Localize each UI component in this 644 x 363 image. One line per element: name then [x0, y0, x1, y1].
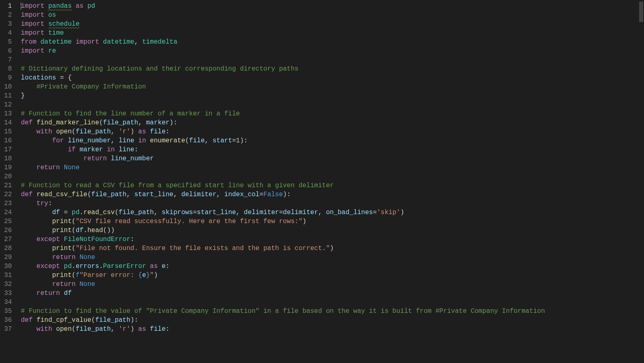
code-token: file_path	[91, 191, 126, 198]
code-token: delimiter	[283, 209, 318, 216]
line-number: 28	[4, 244, 12, 253]
code-token	[21, 128, 36, 135]
code-token	[21, 263, 36, 270]
code-token	[33, 317, 37, 324]
code-line[interactable]	[19, 100, 644, 109]
line-number: 35	[4, 307, 12, 316]
code-token: (	[72, 325, 76, 333]
code-token: head	[87, 227, 103, 234]
code-line[interactable]: }	[19, 91, 644, 100]
code-token	[146, 128, 150, 135]
code-token: )	[303, 218, 307, 225]
code-line[interactable]: import time	[19, 29, 644, 38]
code-line[interactable]: with open(file_path, 'r') as file:	[19, 127, 644, 136]
code-token: }	[146, 272, 150, 279]
code-line[interactable]: return df	[19, 289, 644, 298]
code-line[interactable]: locations = {	[19, 73, 644, 82]
code-token: on_bad_lines	[326, 209, 373, 216]
code-token: open	[56, 128, 72, 135]
code-token: time	[48, 29, 64, 37]
code-line[interactable]: # Dictionary defining locations and thei…	[19, 64, 644, 73]
code-token: line_number	[68, 137, 111, 144]
code-line[interactable]: print(f"Parser error: {e}")	[19, 271, 644, 280]
code-token: file	[189, 137, 204, 144]
code-line[interactable]: return None	[19, 253, 644, 262]
code-token: # Function to read a CSV file from a spe…	[21, 182, 334, 189]
vertical-scrollbar[interactable]	[638, 0, 644, 363]
code-line[interactable]: for line_number, line in enumerate(file,…	[19, 136, 644, 145]
code-line[interactable]: return None	[19, 163, 644, 172]
line-number: 13	[4, 109, 12, 118]
code-token: line	[119, 146, 134, 153]
code-line[interactable]: # Function to find the line number of a …	[19, 109, 644, 118]
line-number: 20	[4, 172, 12, 181]
code-token: :	[166, 263, 170, 270]
code-line[interactable]: def find_cpf_value(file_path):	[19, 316, 644, 325]
code-line[interactable]: if marker in line:	[19, 145, 644, 154]
code-line[interactable]: return line_number	[19, 154, 644, 163]
code-line[interactable]: import os	[19, 11, 644, 20]
code-line[interactable]: import schedule	[19, 20, 644, 29]
code-token: None	[64, 164, 79, 171]
line-number: 23	[4, 199, 12, 208]
code-token: (	[115, 209, 119, 216]
code-token: print	[52, 227, 72, 234]
code-line[interactable]: # Function to find the value of "Private…	[19, 307, 644, 316]
code-token: e	[142, 272, 146, 279]
line-number: 34	[4, 298, 12, 307]
code-token: return	[37, 164, 60, 171]
line-number: 9	[4, 73, 12, 82]
code-token	[21, 245, 52, 252]
code-token: def	[21, 119, 33, 126]
line-number: 36	[4, 316, 12, 325]
code-content-area[interactable]: import pandas as pdimport osimport sched…	[19, 0, 644, 363]
code-line[interactable]: print("CSV file read successfully. Here …	[19, 217, 644, 226]
code-line[interactable]: def read_csv_file(file_path, start_line,…	[19, 190, 644, 199]
code-token: .	[99, 263, 103, 270]
code-token: file_path	[95, 317, 130, 324]
code-token: )	[154, 272, 158, 279]
code-line[interactable]: # Function to read a CSV file from a spe…	[19, 181, 644, 190]
code-line[interactable]	[19, 172, 644, 181]
line-number: 22	[4, 190, 12, 199]
code-token	[44, 47, 48, 55]
code-line[interactable]: from datetime import datetime, timedelta	[19, 38, 644, 46]
code-token: try	[37, 200, 48, 207]
code-line[interactable]: df = pd.read_csv(file_path, skiprows=sta…	[19, 208, 644, 217]
line-number: 33	[4, 289, 12, 298]
line-number: 30	[4, 262, 12, 271]
line-number: 15	[4, 127, 12, 136]
code-token	[21, 164, 36, 171]
code-token	[21, 254, 52, 261]
code-token: =	[259, 191, 264, 198]
code-token: (	[72, 245, 76, 252]
code-token: "File not found. Ensure the file exists …	[76, 245, 330, 252]
code-line[interactable]: #Private Company Information	[19, 82, 644, 91]
code-line[interactable]: except FileNotFoundError:	[19, 235, 644, 244]
code-line[interactable]: print("File not found. Ensure the file e…	[19, 244, 644, 253]
code-token: delimiter	[244, 209, 279, 216]
code-line[interactable]: with open(file_path, 'r') as file:	[19, 325, 644, 334]
code-token	[60, 263, 64, 270]
code-line[interactable]: def find_marker_line(file_path, marker):	[19, 118, 644, 127]
line-number: 3	[4, 20, 12, 29]
code-line[interactable]: import re	[19, 46, 644, 55]
code-token: except	[37, 263, 60, 270]
line-number-gutter: 1234567891011121314151617181920212223242…	[0, 0, 19, 363]
code-line[interactable]: print(df.head())	[19, 226, 644, 235]
code-token: ,	[154, 209, 162, 216]
code-editor[interactable]: 1234567891011121314151617181920212223242…	[0, 0, 644, 363]
code-line[interactable]: try:	[19, 199, 644, 208]
code-line[interactable]: except pd.errors.ParserError as e:	[19, 262, 644, 271]
line-number: 16	[4, 136, 12, 145]
code-line[interactable]	[19, 298, 644, 307]
code-token: 'skip'	[377, 209, 400, 216]
code-line[interactable]	[19, 55, 644, 64]
code-line[interactable]: return None	[19, 280, 644, 289]
code-token: :	[130, 236, 134, 243]
code-token: ,	[205, 137, 213, 144]
line-number: 37	[4, 325, 12, 334]
code-line[interactable]: import pandas as pd	[19, 2, 644, 11]
scrollbar-thumb[interactable]	[639, 2, 643, 22]
code-token: ,	[216, 191, 224, 198]
